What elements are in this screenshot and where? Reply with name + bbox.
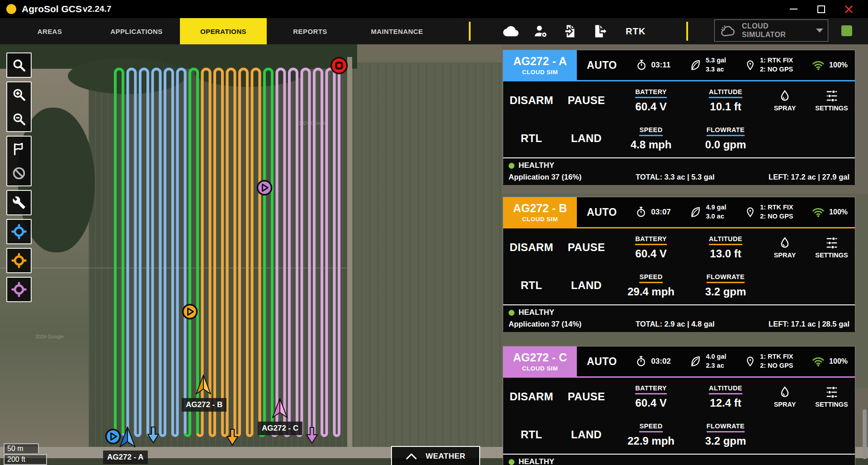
rtl-button[interactable]: RTL bbox=[503, 119, 560, 157]
altitude-stat: ALTITUDE 13.0 ft bbox=[689, 228, 762, 266]
wifi-icon bbox=[811, 355, 825, 368]
locate-drone-a-button[interactable] bbox=[6, 219, 32, 244]
drone-marker-a bbox=[118, 426, 137, 449]
tank-area: 2.3 ac bbox=[706, 361, 726, 370]
user-settings-button[interactable] bbox=[533, 23, 549, 39]
gps-info: 1: RTK FIX 2: NO GPS bbox=[745, 56, 793, 74]
main-tabs: AREAS APPLICATIONS OPERATIONS REPORTS MA… bbox=[6, 18, 440, 44]
simulator-label: CLOUD SIMULATOR bbox=[742, 22, 816, 39]
panel-scrollbar[interactable] bbox=[863, 409, 867, 459]
locate-drone-c-button[interactable] bbox=[6, 277, 32, 302]
battery-stat: BATTERY 60.4 V bbox=[613, 81, 689, 119]
wifi-icon bbox=[811, 59, 825, 71]
drone-controls: DISARM PAUSE BATTERY 60.4 V ALTITUDE 10.… bbox=[503, 81, 855, 157]
settings-button[interactable]: SETTINGS bbox=[807, 81, 856, 119]
drone-badge[interactable]: AG272 - A CLOUD SIM bbox=[503, 50, 577, 80]
disarm-button[interactable]: DISARM bbox=[503, 378, 560, 416]
pause-button[interactable]: PAUSE bbox=[560, 378, 613, 416]
land-button[interactable]: LAND bbox=[560, 119, 613, 157]
pause-button[interactable]: PAUSE bbox=[560, 81, 613, 119]
health-dot bbox=[509, 459, 514, 465]
app-version: v2.24.7 bbox=[83, 4, 111, 14]
tab-operations[interactable]: OPERATIONS bbox=[180, 18, 267, 44]
spray-button[interactable]: SPRAY bbox=[762, 378, 807, 416]
tank-area: 3.0 ac bbox=[706, 212, 726, 221]
weather-button[interactable]: WEATHER bbox=[391, 446, 480, 465]
health-label: HEALTHY bbox=[519, 308, 554, 317]
tank-info: 4.9 gal 3.0 ac bbox=[689, 203, 726, 221]
scale-metric: 50 m bbox=[4, 443, 39, 453]
stopwatch-icon bbox=[635, 206, 647, 218]
sliders-icon bbox=[825, 236, 839, 250]
zoom-out-button[interactable] bbox=[12, 107, 26, 131]
chevron-down-icon bbox=[816, 28, 823, 33]
drone-controls: DISARM PAUSE BATTERY 60.4 V ALTITUDE 12.… bbox=[503, 378, 855, 454]
leaf-icon bbox=[689, 355, 702, 368]
direction-arrow-c bbox=[305, 427, 319, 445]
mission-timer: 03:02 bbox=[635, 356, 670, 367]
sliders-icon bbox=[825, 89, 839, 103]
rtk-label[interactable]: RTK bbox=[626, 26, 646, 37]
flag-button[interactable] bbox=[12, 137, 26, 161]
nav-separator bbox=[469, 22, 471, 41]
drone-status-footer: HEALTHY bbox=[503, 454, 855, 465]
flight-mode-label: AUTO bbox=[587, 356, 617, 368]
disarm-button[interactable]: DISARM bbox=[503, 81, 560, 119]
droplet-icon bbox=[778, 385, 792, 399]
flag-icon bbox=[12, 142, 26, 156]
no-entry-button[interactable] bbox=[12, 161, 26, 185]
land-button[interactable]: LAND bbox=[560, 416, 613, 454]
tab-areas[interactable]: AREAS bbox=[6, 18, 93, 44]
drone-panel-a: AG272 - A CLOUD SIM AUTO 03:11 bbox=[503, 50, 855, 184]
disarm-button[interactable]: DISARM bbox=[503, 228, 560, 266]
land-button[interactable]: LAND bbox=[560, 266, 613, 304]
simulator-select[interactable]: CLOUD SIMULATOR bbox=[714, 19, 828, 42]
spray-button[interactable]: SPRAY bbox=[762, 228, 807, 266]
tab-reports[interactable]: REPORTS bbox=[267, 18, 354, 44]
map-zoom-group bbox=[6, 81, 32, 132]
map-tools-button[interactable] bbox=[6, 190, 32, 215]
drone-marker-b bbox=[194, 374, 212, 396]
export-button[interactable] bbox=[592, 23, 609, 39]
drone-marker-c bbox=[271, 398, 289, 419]
search-icon bbox=[12, 58, 26, 72]
drone-map-label-c: AG272 - C bbox=[258, 422, 302, 435]
total-applied: TOTAL: 3.3 ac | 5.3 gal bbox=[636, 173, 715, 181]
drone-badge[interactable]: AG272 - C CLOUD SIM bbox=[503, 346, 577, 376]
chevron-up-icon bbox=[406, 452, 417, 460]
spray-button[interactable]: SPRAY bbox=[762, 81, 807, 119]
agrosol-gcs-window: AgroSol GCS v2.24.7 AREAS APPLICATIONS O… bbox=[0, 0, 868, 465]
altitude-stat: ALTITUDE 12.4 ft bbox=[689, 378, 762, 416]
zoom-in-icon bbox=[12, 87, 26, 102]
close-button[interactable] bbox=[843, 4, 854, 14]
minimize-icon bbox=[790, 9, 797, 10]
pin-icon bbox=[745, 207, 756, 218]
tab-maintenance[interactable]: MAINTENANCE bbox=[354, 18, 440, 44]
flowrate-stat: FLOWRATE 0.0 gpm bbox=[689, 119, 762, 157]
zoom-in-button[interactable] bbox=[12, 82, 26, 107]
pin-icon bbox=[745, 60, 756, 71]
gps-status-2: 2: NO GPS bbox=[760, 212, 793, 221]
minimize-button[interactable] bbox=[788, 4, 799, 14]
drone-badge[interactable]: AG272 - B CLOUD SIM bbox=[503, 197, 577, 227]
tab-applications[interactable]: APPLICATIONS bbox=[93, 18, 180, 44]
locate-drone-b-button[interactable] bbox=[6, 248, 32, 273]
maximize-button[interactable] bbox=[815, 4, 827, 14]
rtl-button[interactable]: RTL bbox=[503, 416, 560, 454]
map-search-button[interactable] bbox=[6, 52, 32, 78]
title-bar: AgroSol GCS v2.24.7 bbox=[0, 0, 868, 18]
settings-button[interactable]: SETTINGS bbox=[807, 228, 856, 266]
nav-icon-group: RTK bbox=[503, 18, 646, 44]
remaining: LEFT: 17.2 ac | 27.9 gal bbox=[769, 173, 849, 181]
import-button[interactable] bbox=[562, 23, 579, 39]
maximize-icon bbox=[817, 5, 825, 13]
pin-icon bbox=[745, 356, 756, 367]
sliders-icon bbox=[825, 385, 839, 399]
app-title: AgroSol GCS bbox=[22, 4, 82, 14]
sim-cloud-icon bbox=[719, 23, 736, 38]
pause-button[interactable]: PAUSE bbox=[560, 228, 613, 266]
settings-button[interactable]: SETTINGS bbox=[807, 378, 856, 416]
drone-controls: DISARM PAUSE BATTERY 60.4 V ALTITUDE 13.… bbox=[503, 228, 855, 304]
rtl-button[interactable]: RTL bbox=[503, 266, 560, 304]
cloud-button[interactable] bbox=[503, 23, 519, 39]
